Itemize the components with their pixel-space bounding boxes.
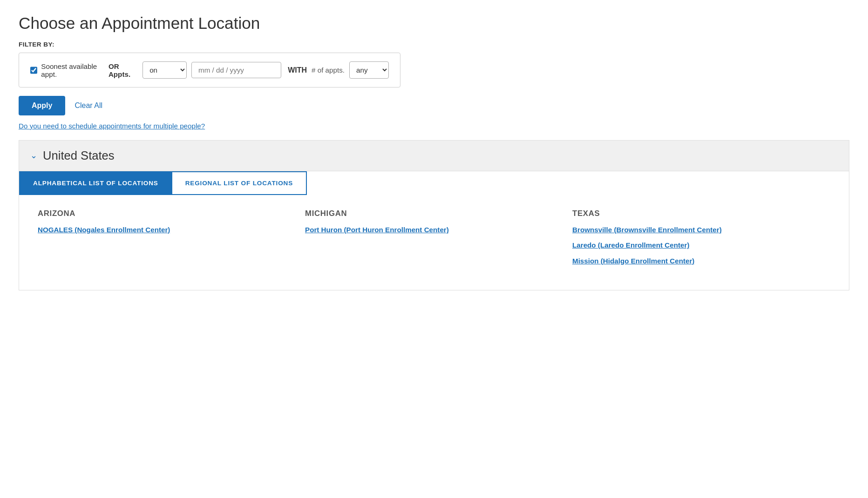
soonest-appt-checkbox[interactable] [30,66,37,74]
locations-panel: ALPHABETICAL LIST OF LOCATIONS REGIONAL … [19,171,849,290]
chevron-down-icon: ⌄ [30,151,37,161]
date-input[interactable] [191,62,281,78]
state-heading-arizona: ARIZONA [38,209,296,218]
us-section-title: United States [43,149,115,162]
state-column-texas: TEXAS Brownsville (Brownsville Enrollmen… [568,209,835,271]
filter-right: WITH # of appts. any 1 2 3 4 5 [288,61,389,79]
filter-by-label: FILTER BY: [19,41,849,48]
us-section[interactable]: ⌄ United States [19,140,849,171]
button-row: Apply Clear All [19,96,849,115]
with-label: WITH [288,66,307,74]
multiple-people-link[interactable]: Do you need to schedule appointments for… [19,122,205,130]
or-appts-label: OR Appts. [108,62,138,78]
tab-alphabetical[interactable]: ALPHABETICAL LIST OF LOCATIONS [19,171,172,195]
filter-box: Soonest available appt. OR Appts. on bef… [19,53,400,87]
checkbox-text: Soonest available appt. [41,62,104,78]
states-grid: ARIZONA NOGALES (Nogales Enrollment Cent… [19,209,849,271]
filter-left: Soonest available appt. OR Appts. on bef… [30,61,281,79]
on-dropdown[interactable]: on before after [142,61,187,79]
state-column-arizona: ARIZONA NOGALES (Nogales Enrollment Cent… [33,209,300,271]
tab-regional[interactable]: REGIONAL LIST OF LOCATIONS [172,171,307,195]
apply-button[interactable]: Apply [19,96,65,115]
clear-all-button[interactable]: Clear All [75,101,102,110]
location-laredo[interactable]: Laredo (Laredo Enrollment Center) [572,240,830,250]
location-brownsville[interactable]: Brownsville (Brownsville Enrollment Cent… [572,225,830,235]
state-heading-texas: TEXAS [572,209,830,218]
state-heading-michigan: MICHIGAN [305,209,563,218]
location-port-huron[interactable]: Port Huron (Port Huron Enrollment Center… [305,225,563,235]
num-appts-dropdown[interactable]: any 1 2 3 4 5 [349,61,389,79]
num-appts-label: # of appts. [312,66,345,74]
page-title: Choose an Appointment Location [19,14,849,33]
tabs-row: ALPHABETICAL LIST OF LOCATIONS REGIONAL … [19,171,849,195]
soonest-appt-checkbox-label[interactable]: Soonest available appt. [30,62,104,78]
location-mission[interactable]: Mission (Hidalgo Enrollment Center) [572,256,830,266]
location-nogales[interactable]: NOGALES (Nogales Enrollment Center) [38,225,296,235]
state-column-michigan: MICHIGAN Port Huron (Port Huron Enrollme… [300,209,568,271]
